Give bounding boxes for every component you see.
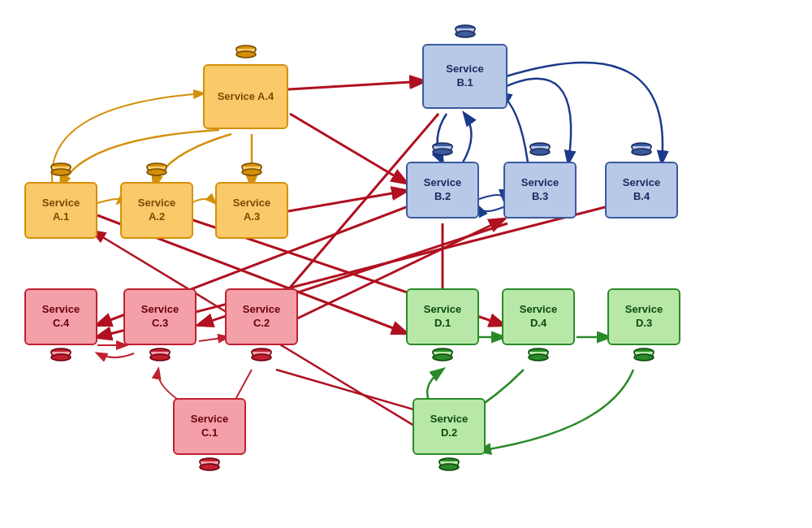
diagram-container: Service A.4 ServiceA.1 ServiceA.2 Servic… xyxy=(0,0,812,528)
svg-point-21 xyxy=(252,354,271,361)
service-box-c2[interactable]: ServiceC.2 xyxy=(225,288,298,345)
service-d4[interactable]: ServiceD.4 xyxy=(502,288,575,367)
db-icon-a1 xyxy=(50,162,72,180)
service-box-d3[interactable]: ServiceD.3 xyxy=(607,288,680,345)
service-box-d1[interactable]: ServiceD.1 xyxy=(406,288,479,345)
svg-point-9 xyxy=(456,31,475,37)
service-d1[interactable]: ServiceD.1 xyxy=(406,288,479,367)
db-icon-c4 xyxy=(50,348,72,366)
svg-point-11 xyxy=(433,149,452,155)
db-icon-d1 xyxy=(431,348,454,366)
svg-point-5 xyxy=(147,169,166,175)
service-box-a3[interactable]: ServiceA.3 xyxy=(215,182,288,239)
db-icon-a4 xyxy=(235,45,257,63)
svg-point-29 xyxy=(634,354,654,361)
service-box-a1[interactable]: ServiceA.1 xyxy=(24,182,97,239)
service-d2[interactable]: ServiceD.2 xyxy=(412,398,486,477)
service-a4[interactable]: Service A.4 xyxy=(203,45,288,129)
service-c3[interactable]: ServiceC.3 xyxy=(123,288,197,367)
service-box-b1[interactable]: ServiceB.1 xyxy=(422,44,508,109)
service-box-b3[interactable]: ServiceB.3 xyxy=(503,162,577,219)
service-b4[interactable]: ServiceB.4 xyxy=(605,142,678,219)
svg-point-3 xyxy=(51,169,71,175)
db-icon-d4 xyxy=(527,348,550,366)
svg-point-25 xyxy=(433,354,452,361)
service-b2[interactable]: ServiceB.2 xyxy=(406,142,479,219)
service-box-a2[interactable]: ServiceA.2 xyxy=(120,182,193,239)
db-icon-c3 xyxy=(149,348,171,366)
service-a3[interactable]: ServiceA.3 xyxy=(215,162,288,239)
arrows-svg xyxy=(0,0,812,528)
db-icon-b2 xyxy=(431,142,454,160)
db-icon-c2 xyxy=(250,348,273,366)
db-icon-a2 xyxy=(145,162,168,180)
svg-point-27 xyxy=(529,354,548,361)
svg-point-31 xyxy=(439,464,459,470)
service-box-b4[interactable]: ServiceB.4 xyxy=(605,162,678,219)
service-d3[interactable]: ServiceD.3 xyxy=(607,288,680,367)
service-box-d2[interactable]: ServiceD.2 xyxy=(412,398,486,455)
db-icon-a3 xyxy=(240,162,263,180)
service-box-c4[interactable]: ServiceC.4 xyxy=(24,288,97,345)
service-a2[interactable]: ServiceA.2 xyxy=(120,162,193,239)
service-c1[interactable]: ServiceC.1 xyxy=(173,398,246,477)
svg-point-7 xyxy=(242,169,261,175)
service-b3[interactable]: ServiceB.3 xyxy=(503,142,577,219)
service-c2[interactable]: ServiceC.2 xyxy=(225,288,298,367)
svg-point-13 xyxy=(530,149,550,155)
svg-point-17 xyxy=(51,354,71,361)
db-icon-b3 xyxy=(529,142,551,160)
service-box-c3[interactable]: ServiceC.3 xyxy=(123,288,197,345)
db-icon-b1 xyxy=(454,24,477,42)
service-box-c1[interactable]: ServiceC.1 xyxy=(173,398,246,455)
db-icon-d3 xyxy=(633,348,655,366)
service-c4[interactable]: ServiceC.4 xyxy=(24,288,97,367)
service-b1[interactable]: ServiceB.1 xyxy=(422,24,508,109)
db-icon-b4 xyxy=(630,142,653,160)
svg-point-19 xyxy=(150,354,170,361)
service-box-b2[interactable]: ServiceB.2 xyxy=(406,162,479,219)
svg-point-15 xyxy=(632,149,651,155)
svg-point-23 xyxy=(200,464,219,470)
service-box-a4[interactable]: Service A.4 xyxy=(203,64,288,129)
svg-point-1 xyxy=(236,51,256,58)
db-icon-c1 xyxy=(198,457,221,475)
db-icon-d2 xyxy=(438,457,460,475)
service-box-d4[interactable]: ServiceD.4 xyxy=(502,288,575,345)
service-a1[interactable]: ServiceA.1 xyxy=(24,162,97,239)
